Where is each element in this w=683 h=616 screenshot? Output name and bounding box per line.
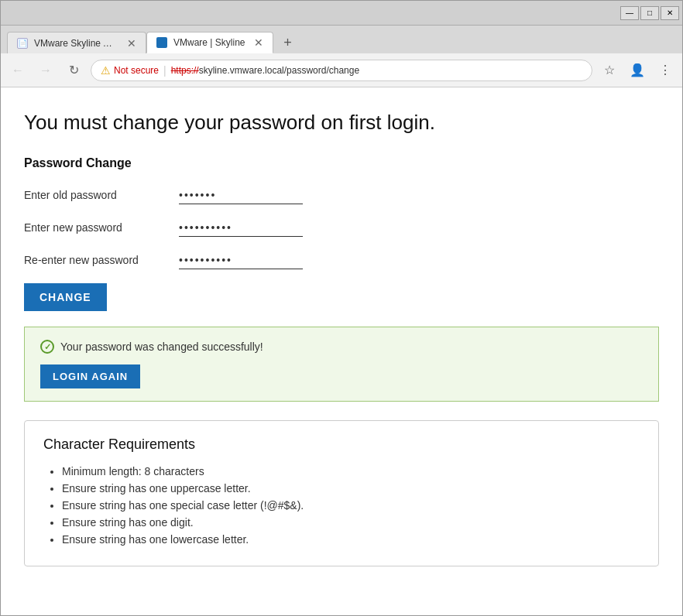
tab-close-skyline[interactable]: ✕ bbox=[254, 36, 263, 49]
requirements-title: Character Requirements bbox=[43, 436, 640, 453]
browser-window: — □ ✕ 📄 VMware Skyline Appliance ✕ VMwar… bbox=[0, 0, 683, 616]
old-password-label: Enter old password bbox=[24, 189, 179, 201]
success-check-icon: ✓ bbox=[40, 340, 54, 354]
warning-icon: ⚠ bbox=[101, 64, 111, 77]
url-bar[interactable]: ⚠ Not secure | https://skyline.vmware.lo… bbox=[91, 60, 592, 81]
minimize-button[interactable]: — bbox=[620, 6, 639, 20]
url-separator: | bbox=[163, 64, 166, 77]
tab-vmware-appliance[interactable]: 📄 VMware Skyline Appliance ✕ bbox=[7, 32, 146, 53]
new-password-label: Enter new password bbox=[24, 221, 179, 234]
new-password-input[interactable] bbox=[179, 218, 303, 237]
tab-doc-icon: 📄 bbox=[17, 38, 28, 49]
change-button[interactable]: CHANGE bbox=[24, 283, 107, 311]
url-text: https://skyline.vmware.local/password/ch… bbox=[171, 65, 359, 76]
tab-label-skyline: VMware | Skyline bbox=[173, 37, 245, 48]
old-password-input[interactable] bbox=[179, 186, 303, 204]
address-icons: ☆ 👤 ⋮ bbox=[599, 60, 676, 81]
success-box: ✓ Your password was changed successfully… bbox=[24, 327, 659, 402]
section-title: Password Change bbox=[24, 156, 659, 170]
not-secure-label: Not secure bbox=[114, 65, 159, 76]
close-button[interactable]: ✕ bbox=[661, 6, 679, 20]
login-again-button[interactable]: LOGIN AGAIN bbox=[40, 364, 140, 388]
tab-close-appliance[interactable]: ✕ bbox=[127, 37, 136, 50]
confirm-password-label: Re-enter new password bbox=[24, 254, 179, 266]
success-text: Your password was changed successfully! bbox=[60, 341, 263, 353]
requirements-list: Minimum length: 8 characters Ensure stri… bbox=[43, 465, 640, 546]
list-item: Ensure string has one uppercase letter. bbox=[62, 482, 640, 495]
account-icon[interactable]: 👤 bbox=[626, 60, 648, 81]
tab-vmware-icon bbox=[156, 37, 167, 48]
title-bar-controls: — □ ✕ bbox=[620, 6, 679, 20]
menu-icon[interactable]: ⋮ bbox=[654, 60, 676, 81]
refresh-button[interactable]: ↻ bbox=[63, 60, 84, 81]
page-title: You must change your password on first l… bbox=[24, 111, 659, 135]
new-tab-button[interactable]: + bbox=[276, 32, 298, 53]
page-content: You must change your password on first l… bbox=[1, 87, 682, 615]
new-password-group: Enter new password bbox=[24, 218, 659, 237]
security-warning: ⚠ Not secure bbox=[101, 64, 159, 77]
back-button[interactable]: ← bbox=[7, 60, 29, 81]
forward-button[interactable]: → bbox=[35, 60, 57, 81]
title-bar: — □ ✕ bbox=[1, 1, 682, 26]
bookmark-icon[interactable]: ☆ bbox=[599, 60, 620, 81]
old-password-group: Enter old password bbox=[24, 186, 659, 204]
list-item: Ensure string has one lowercase letter. bbox=[62, 533, 640, 546]
tab-label-appliance: VMware Skyline Appliance bbox=[34, 38, 118, 49]
maximize-button[interactable]: □ bbox=[640, 6, 659, 20]
tab-bar: 📄 VMware Skyline Appliance ✕ VMware | Sk… bbox=[1, 26, 682, 53]
url-https: https:// bbox=[171, 65, 199, 76]
address-bar: ← → ↻ ⚠ Not secure | https://skyline.vmw… bbox=[1, 53, 682, 87]
list-item: Minimum length: 8 characters bbox=[62, 465, 640, 477]
requirements-box: Character Requirements Minimum length: 8… bbox=[24, 420, 659, 566]
confirm-password-input[interactable] bbox=[179, 251, 303, 269]
list-item: Ensure string has one special case lette… bbox=[62, 499, 640, 512]
url-path: skyline.vmware.local/password/change bbox=[199, 65, 359, 76]
list-item: Ensure string has one digit. bbox=[62, 516, 640, 529]
success-message: ✓ Your password was changed successfully… bbox=[40, 340, 643, 354]
tab-vmware-skyline[interactable]: VMware | Skyline ✕ bbox=[146, 32, 273, 53]
confirm-password-group: Re-enter new password bbox=[24, 251, 659, 269]
